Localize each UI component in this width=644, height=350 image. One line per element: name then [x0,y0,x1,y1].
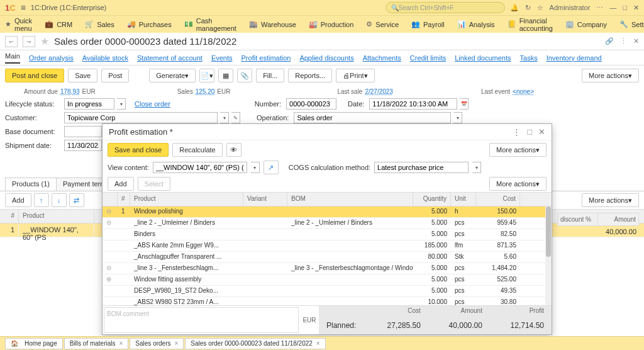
tab-credit-limits[interactable]: Credit limits [410,54,446,62]
view-content-dropdown-icon[interactable]: ▾ [251,162,260,173]
close-icon[interactable]: × [175,340,179,347]
move-up-button[interactable]: ↑ [34,193,49,207]
history-icon[interactable]: ↻ [525,4,531,12]
nav-forward-button[interactable]: → [23,36,35,47]
hamburger-icon[interactable]: ≡ [21,3,26,13]
scrollbar[interactable] [545,206,552,305]
menu-purchases[interactable]: 🚚Purchases [127,20,172,28]
close-icon[interactable]: × [119,340,123,347]
cogs-input[interactable] [374,162,469,173]
lifecycle-dropdown-icon[interactable]: ▾ [117,98,126,110]
close-order-link[interactable]: Close order [135,100,170,108]
shipment-input[interactable] [64,140,102,151]
date-picker-icon[interactable]: 📅 [460,98,469,110]
table-row[interactable]: _ABS Kante 2mm Egger W9...185.000lfm871.… [103,240,552,252]
tab-events[interactable]: Events [211,54,233,62]
post-button[interactable]: Post [101,69,129,82]
number-input[interactable] [286,98,336,110]
print-button[interactable]: 🖨 Print ▾ [336,69,375,82]
create-based-on-button[interactable]: 📄▾ [199,69,214,82]
tab-tasks[interactable]: Tasks [520,54,538,62]
more-icon[interactable]: ⋯ [596,4,603,12]
copy-button[interactable]: ⇄ [69,193,84,207]
operation-input[interactable] [294,112,451,123]
bottom-tab-current[interactable]: Sales order 0000-000023 dated 11/18/2022… [185,338,325,349]
menu-company[interactable]: 🏢Company [565,20,607,28]
table-row[interactable]: Binders5.000pcs82.50 [103,229,552,240]
fill-button[interactable]: Fill... [256,69,284,82]
more-actions-button[interactable]: More actions ▾ [582,69,639,82]
menu-fin[interactable]: 📒Financial accounting [508,17,553,32]
menu-warehouse[interactable]: 🏬Warehouse [249,20,296,28]
modal-save-close-button[interactable]: Save and close [108,143,169,157]
menu-production[interactable]: 🏭Production [309,20,354,28]
table-row[interactable]: _Anschlagpuffer Transparent ...80.000Stk… [103,252,552,263]
options-icon[interactable]: ⋮ [620,37,627,45]
view-icon-button[interactable]: 👁 [226,143,242,157]
attach-button[interactable]: 📎 [237,69,252,82]
bottom-tab-sales-orders[interactable]: Sales orders× [130,338,184,349]
amount-due-link[interactable]: 178,93 [60,88,80,95]
table-row[interactable]: ⊖1Window polishing5.000h150.00 [103,206,552,218]
date-input[interactable] [369,98,457,110]
reports-button[interactable]: Reports... [288,69,332,82]
tab-order-analysis[interactable]: Order analysis [29,54,74,62]
bom-comment-input[interactable]: BOM comment [104,307,299,333]
tab-available-stock[interactable]: Available stock [82,54,128,62]
modal-options-icon[interactable]: ⋮ [513,127,521,137]
last-sale-link[interactable]: 2/27/2023 [365,88,393,95]
table-row[interactable]: ⊖_line 3 - _Fensterbeschlagm..._line 3 -… [103,263,552,274]
move-down-button[interactable]: ↓ [52,193,67,207]
tab-attachments[interactable]: Attachments [363,54,401,62]
tab-profit-estimation[interactable]: Profit estimation [242,54,291,62]
bottom-tab-bom[interactable]: Bills of materials× [64,338,129,349]
lifecycle-input[interactable] [64,98,114,110]
structure-button[interactable]: ▦ [218,69,233,82]
global-search-input[interactable]: 🔍 Search Ctrl+Shift+F [386,2,505,13]
last-event-link[interactable]: <none> [513,88,534,95]
tab-linked-docs[interactable]: Linked documents [455,54,511,62]
sales-link[interactable]: 125,20 [196,88,215,95]
menu-settings[interactable]: 🔧Settin [619,20,644,28]
favorite-star-icon[interactable]: ★ [40,35,49,47]
operation-dropdown-icon[interactable]: ▾ [453,112,462,123]
bell-icon[interactable]: 🔔 [510,4,519,12]
tab-statement[interactable]: Statement of account [137,54,203,62]
tab-main[interactable]: Main [5,52,20,64]
close-icon[interactable]: × [316,340,320,347]
generate-button[interactable]: Generate ▾ [149,69,196,82]
tab-applied-discounts[interactable]: Applied discounts [299,54,353,62]
basedoc-input[interactable] [64,126,102,137]
prod-more-button[interactable]: More actions ▾ [582,193,639,207]
menu-payroll[interactable]: 👥Payroll [411,20,445,28]
view-content-input[interactable] [153,162,247,173]
close-icon[interactable]: ✕ [633,4,639,12]
table-row[interactable]: DESP_W980_19_ST2 Deko...5.000pcs49.35 [103,286,552,297]
cogs-dropdown-icon[interactable]: ▾ [472,162,481,173]
menu-sales[interactable]: 🛒Sales [85,20,114,28]
modal-select-button[interactable]: Select [138,177,171,191]
maximize-icon[interactable]: □ [623,4,627,11]
save-button[interactable]: Save [68,69,97,82]
menu-analysis[interactable]: 📊Analysis [457,20,495,28]
customer-input[interactable] [64,112,218,123]
open-content-button[interactable]: ↗ [264,161,279,174]
menu-service[interactable]: ⚙Service [366,20,399,28]
menu-quick[interactable]: ★Quick menu [5,17,32,32]
table-row[interactable]: _ABS2 W980 ST2 23mm / A...10.000pcs30.80 [103,297,552,305]
prod-add-button[interactable]: Add [5,193,31,207]
close-doc-icon[interactable]: ✕ [633,37,639,45]
table-row[interactable]: ⊖_line 2 - _Umleimer / Binders_line 2 - … [103,218,552,229]
modal-add-button[interactable]: Add [108,177,134,191]
menu-crm[interactable]: 💼CRM [45,20,72,28]
user-label[interactable]: Administrator [550,4,591,11]
customer-dropdown-icon[interactable]: ▾ [220,112,229,123]
link-icon[interactable]: 🔗 [605,37,614,45]
menu-cash[interactable]: 💵Cash management [184,17,236,32]
subtab-products[interactable]: Products (1) [5,178,57,191]
customer-open-icon[interactable]: ✎ [231,112,240,123]
bottom-tab-home[interactable]: 🏠Home page [5,338,63,349]
minimize-icon[interactable]: — [609,4,616,11]
modal-more-button[interactable]: More actions ▾ [489,143,547,157]
modal-maximize-icon[interactable]: □ [527,127,532,137]
